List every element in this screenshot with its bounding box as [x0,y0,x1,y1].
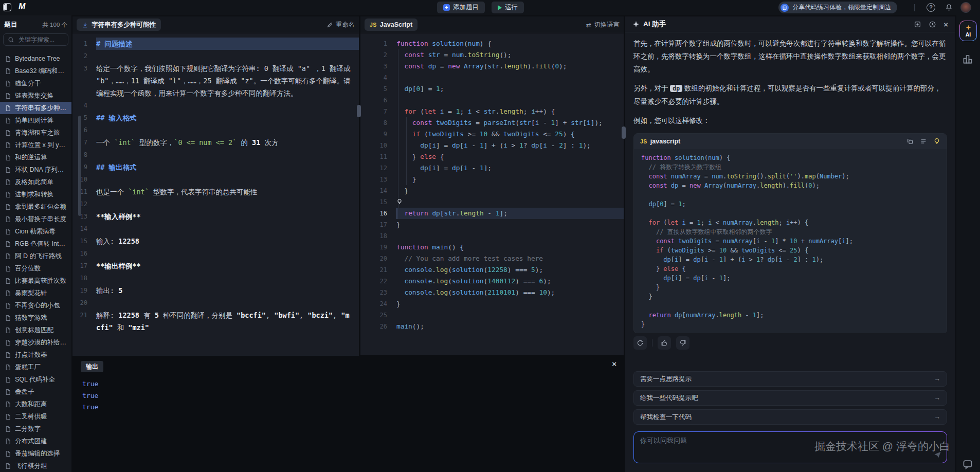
avatar[interactable] [960,2,971,13]
app-logo[interactable]: M [19,2,25,11]
rename-button[interactable]: 重命名 [326,21,355,29]
code-editor[interactable]: 1function solution(num) {2 const str = n… [360,34,624,355]
code-line[interactable]: 5 dp[0] = 1; [360,83,624,95]
sidebar-item-problem[interactable]: 链表聚集交换 [0,89,71,102]
sidebar-item-problem[interactable]: Cion 勒索病毒 [0,225,71,238]
sidebar-item-problem[interactable]: 青海湖租车之旅 [0,126,71,139]
code-line[interactable]: 17} [360,219,624,230]
code-line[interactable]: 11 } else { [360,151,624,162]
code-line[interactable]: 24} [360,298,624,310]
insert-code-icon[interactable] [920,138,927,145]
code-line[interactable]: 12 dp[i] = dp[i - 1]; [360,162,624,174]
sidebar-item-problem[interactable]: 番茄编辑的选择 [0,447,71,460]
sidebar-item-problem[interactable]: 二叉树供暖 [0,410,71,423]
panel-resize-handle[interactable] [357,105,361,117]
sidebar-item-problem[interactable]: 不再贪心的小包 [0,299,71,312]
sidebar-item-problem[interactable]: 穿越沙漠的补给次数 [0,336,71,349]
regenerate-icon[interactable] [633,336,647,350]
code-line[interactable]: 6 [360,95,624,106]
code-line[interactable]: 9 if (twoDigits >= 10 && twoDigits <= 25… [360,129,624,140]
search-box[interactable] [3,33,68,46]
thumbs-down-icon[interactable] [676,336,689,350]
code-line[interactable]: 10 dp[i] = dp[i - 1] + (i > 1? dp[i - 2]… [360,140,624,151]
ai-chat-content[interactable]: 首先，在计算两个数字组成的两位数时，可以避免每次都进行字符串转换和数字解析操作。… [625,32,955,333]
code-line[interactable]: 15 [360,196,624,208]
sidebar-item-problem[interactable]: RGB 色值转 Integer [0,238,71,250]
code-line[interactable]: 21 console.log(solution(12258) === 5); [360,264,624,276]
sidebar-item-problem[interactable]: 字符串有多少种可... [0,102,71,114]
code-line[interactable]: 23 console.log(solution(2110101) === 10)… [360,287,624,298]
send-icon[interactable] [934,451,941,459]
sidebar-item-problem[interactable]: 百分位数 [0,262,71,275]
code-line[interactable]: 8 const twoDigits = parseInt(str[i - 1] … [360,117,624,129]
code-line[interactable]: 13 } [360,174,624,185]
problem-tab[interactable]: 字符串有多少种可能性 [77,19,161,31]
promo-banner[interactable]: 分享代码练习体验，领限量定制周边 [778,2,897,13]
sidebar-item-problem[interactable]: 二分数字 [0,423,71,435]
output-tab[interactable]: 输出 [81,361,103,372]
ai-suggestion-pill[interactable]: 帮我检查一下代码→ [633,409,947,425]
quickfix-lightbulb-icon[interactable] [396,198,403,205]
notifications-icon[interactable] [945,4,953,11]
code-line[interactable]: 18 [360,230,624,242]
close-icon[interactable]: × [612,359,616,368]
code-line[interactable]: 19function main() { [360,242,624,253]
sidebar-item-problem[interactable]: 及格如此简单 [0,176,71,188]
scrollbar-thumb[interactable] [78,116,81,216]
sidebar-item-problem[interactable]: 阿 D 的飞行路线 [0,250,71,262]
new-chat-icon[interactable] [914,21,921,28]
sidebar-item-problem[interactable]: 进制求和转换 [0,188,71,201]
problem-md-body[interactable]: 1# 问题描述2 3给定一个数字，我们按照如下规则把它翻译为字符串: 0 翻译成… [72,34,359,356]
sidebar-item-problem[interactable]: 最小替换子串长度 [0,213,71,225]
ai-suggestion-pill[interactable]: 给我一些代码提示吧→ [633,390,947,406]
ai-input-box[interactable] [633,431,947,463]
code-line[interactable]: 3 const dp = new Array(str.length).fill(… [360,61,624,72]
search-input[interactable] [17,35,64,44]
help-icon[interactable]: ? [927,3,935,12]
sidebar-item-problem[interactable]: Bytedance Tree [0,52,71,65]
code-line[interactable]: 14 } [360,185,624,196]
sidebar-item-problem[interactable]: 创意标题匹配 [0,324,71,336]
sidebar-item-problem[interactable]: 猜数字游戏 [0,312,71,324]
sidebar-item-problem[interactable]: 飞行棋分组 [0,460,71,472]
sidebar-item-problem[interactable]: Base32 编码和解码 [0,65,71,77]
lightbulb-icon[interactable] [933,138,940,145]
sidebar-item-problem[interactable]: 蛋糕工厂 [0,361,71,373]
sidebar-item-problem[interactable]: 大数和距离 [0,398,71,410]
sidebar-toggle-icon[interactable] [3,3,11,11]
code-line[interactable]: 22 console.log(solution(1400112) === 6); [360,276,624,287]
code-line[interactable]: 7 for (let i = 1; i < str.length; i++) { [360,106,624,117]
code-line[interactable]: 16 return dp[str.length - 1]; [360,208,624,219]
thumbs-up-icon[interactable] [658,336,671,350]
code-line[interactable]: 26main(); [360,321,624,332]
switch-language-button[interactable]: ⇄ 切换语言 [586,21,620,29]
ai-suggestion-pill[interactable]: 需要一点思路提示→ [633,371,947,387]
sidebar-item-problem[interactable]: 环状 DNA 序列整理 [0,164,71,176]
sidebar-item-problem[interactable]: 简单四则计算 [0,114,71,126]
sidebar-item-problem[interactable]: 计算位置 x 到 y 的... [0,139,71,151]
run-button[interactable]: 运行 [492,2,524,13]
code-line[interactable]: 1function solution(num) { [360,38,624,49]
close-icon[interactable]: × [943,21,948,28]
code-line[interactable]: 4 [360,72,624,83]
leaderboard-icon[interactable] [962,53,973,65]
sidebar-item-problem[interactable]: 比赛最高获胜次数 [0,275,71,287]
sidebar-item-problem[interactable]: 和的逆运算 [0,151,71,164]
copy-icon[interactable] [906,138,914,145]
ai-question-input[interactable] [639,435,929,460]
sidebar-item-problem[interactable]: 打点计数器 [0,349,71,361]
sidebar-item-problem[interactable]: 叠盘子 [0,386,71,398]
sidebar-item-problem[interactable]: 暴雨梨花针 [0,287,71,299]
code-line[interactable]: 2 const str = num.toString(); [360,49,624,61]
sidebar-item-problem[interactable]: 分布式团建 [0,435,71,447]
code-line[interactable]: 25 [360,310,624,321]
sidebar-item-problem[interactable]: 拿到最多红包金额 [0,201,71,213]
sidebar-item-problem[interactable]: SQL 代码补全 [0,373,71,386]
code-line[interactable]: 20 // You can add more test cases here [360,253,624,264]
history-icon[interactable] [929,21,936,28]
panel-resize-handle[interactable] [622,126,626,139]
add-problem-button[interactable]: + 添加题目 [437,2,485,13]
sidebar-item-problem[interactable]: 猫鱼分干 [0,77,71,89]
ai-assistant-button[interactable]: AI [959,21,977,41]
language-tab[interactable]: JS JavaScript [365,19,418,31]
